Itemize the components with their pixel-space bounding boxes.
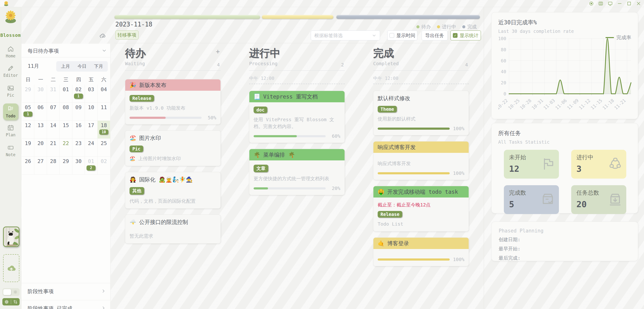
prev-month-button[interactable]: 上月 — [58, 62, 73, 70]
sidebar-item-editor[interactable]: Editor — [0, 65, 21, 78]
sidebar-item-home[interactable]: Home — [0, 45, 21, 58]
task-card[interactable]: 🤑开发完成移动端 todo task截止至：截止至今晚12点ReleaseTod… — [373, 186, 469, 232]
calendar-day-cell[interactable]: 22 — [60, 139, 72, 157]
task-stats-grid: 未开始 12 进行中 3 完成数 5 任务总数 20 — [504, 150, 631, 214]
tag-pill: 其他 — [130, 187, 144, 195]
app-name: Blossom — [0, 32, 21, 38]
app-window-flower-icon — [3, 1, 9, 6]
calendar-day-cell[interactable]: 06 — [34, 103, 47, 121]
maximize-icon[interactable] — [626, 1, 632, 6]
legend-item: 进行中 — [437, 24, 456, 30]
calendar-day-cell[interactable]: 10 — [85, 103, 97, 121]
calendar-day-cell[interactable]: 012 — [85, 157, 97, 174]
sidebar-item-pic[interactable]: Pic — [0, 84, 21, 98]
calendar-day-cell[interactable]: 1810 — [98, 121, 110, 139]
flag-icon — [540, 156, 555, 171]
sidebar-item-plan[interactable]: Plan — [0, 124, 21, 137]
calendar-day-cell[interactable]: 26 — [22, 157, 34, 174]
calendar-day-cell[interactable]: 13 — [34, 121, 47, 139]
column-count: 4 — [217, 62, 220, 68]
task-card[interactable]: 📃Vitepress 重写文档doc使用 VitePress 重写 Blosso… — [249, 91, 345, 143]
layout-columns-icon[interactable] — [598, 1, 603, 6]
task-card[interactable]: 响应式博客开发响应式博客开发 100% — [373, 141, 469, 180]
task-card-header: 📃Vitepress 重写文档 — [249, 91, 344, 102]
calendar-day-cell[interactable]: 051 — [22, 103, 34, 121]
phased-section-row[interactable]: 阶段性事项 已完成 — [22, 300, 110, 309]
calendar-day-cell[interactable]: 31 — [47, 85, 60, 103]
day-number: 10 — [85, 104, 97, 110]
calendar-day-cell[interactable]: 23 — [72, 139, 85, 157]
calendar-day-cell[interactable]: 21 — [47, 139, 60, 157]
calendar-day-cell[interactable]: 04 — [98, 85, 110, 103]
task-card[interactable]: 🤙博客登录 100% — [373, 238, 469, 266]
calendar-day-cell[interactable]: 29 — [60, 157, 72, 174]
phased-section-row[interactable]: 阶段性事项 — [22, 283, 110, 300]
tag-filter-select[interactable]: 根据标签筛选 — [311, 30, 380, 40]
calendar-day-cell[interactable]: 24 — [85, 139, 97, 157]
calendar-day-cell[interactable]: 07 — [47, 103, 60, 121]
progress-track — [130, 117, 202, 119]
calendar-day-cell[interactable]: 12 — [22, 121, 34, 139]
sidebar-item-note[interactable]: Note — [0, 144, 21, 157]
show-time-checkbox-button[interactable]: 显示时间 — [387, 30, 417, 40]
calendar-day-cell[interactable]: 15 — [60, 121, 72, 139]
task-card[interactable]: 🏖️图片水印Pic🏖️ 上传图片时增加水印 — [125, 130, 221, 166]
svg-text:11-12: 11-12 — [578, 98, 591, 111]
settings-gear-icon[interactable] — [2, 300, 11, 304]
record-icon[interactable] — [589, 1, 594, 6]
next-month-button[interactable]: 下月 — [91, 62, 106, 70]
calendar-day-cell[interactable]: 11 — [98, 103, 110, 121]
task-card-body: 暂无此需求 — [125, 226, 220, 243]
calendar-day-cell[interactable]: 08 — [60, 103, 72, 121]
calendar-day-cell[interactable]: 17 — [85, 121, 97, 139]
panel-header[interactable]: 每日待办事项 — [22, 44, 110, 58]
calendar-day-cell[interactable]: 021 — [72, 85, 85, 103]
task-card-header: 🌴菜单编排 🌴 — [249, 149, 344, 160]
weekday-label: 三 — [60, 74, 72, 85]
calendar-day-cell[interactable]: 28 — [47, 157, 60, 174]
user-avatar[interactable] — [3, 226, 20, 247]
day-number: 24 — [85, 140, 97, 146]
progress-label: 20% — [329, 186, 340, 191]
crop-icon[interactable] — [11, 300, 20, 304]
show-stats-checkbox-button[interactable]: ✓ 显示统计 — [450, 30, 481, 40]
calendar-day-cell[interactable]: 19 — [22, 139, 34, 157]
calendar-day-cell[interactable]: 20 — [34, 139, 47, 157]
calendar-day-cell[interactable]: 02 — [98, 157, 110, 174]
column-title: 待办 — [125, 47, 221, 59]
tag-pill: Pic — [130, 146, 143, 152]
calendar-day-cell[interactable]: 09 — [72, 103, 85, 121]
upload-dropzone[interactable] — [3, 254, 20, 282]
calendar-day-cell[interactable]: 03 — [85, 85, 97, 103]
add-task-button[interactable]: + — [216, 48, 220, 56]
calendar-day-cell[interactable]: 25 — [98, 139, 110, 157]
calendar-day-cell[interactable]: 29 — [22, 85, 34, 103]
progress-segment-processing — [262, 15, 334, 19]
chevron-down-icon[interactable] — [102, 48, 107, 53]
today-button[interactable]: 今日 — [75, 62, 89, 70]
theme-toggle[interactable] — [2, 288, 20, 296]
task-card[interactable]: 🌩️公开接口的限流控制暂无此需求 — [125, 214, 221, 244]
board-date: 2023-11-18 — [115, 21, 152, 28]
monitor-icon[interactable] — [608, 1, 613, 6]
calendar-day-cell[interactable]: 30 — [72, 157, 85, 174]
task-card[interactable]: 🌴菜单编排 🌴文章更方便快捷的方式统一管理文档列表 20% — [249, 149, 345, 195]
task-card[interactable]: 🧛国际化 🧟🧝🧞🧚🧙其他代码，文档，页面的国际化配置 — [125, 172, 221, 208]
calendar-day-cell[interactable]: 16 — [72, 121, 85, 139]
task-card[interactable]: 🎉新版本发布Release新版本 v1.9.0 功能发布 50% — [125, 79, 221, 124]
task-title: 图片水印 — [139, 134, 161, 142]
sidebar-item-todo[interactable]: Todo — [3, 104, 18, 120]
day-number: 20 — [34, 140, 46, 146]
minimize-icon[interactable] — [617, 1, 622, 6]
legend-label: 进行中 — [442, 24, 456, 30]
export-tasks-button[interactable]: 导出任务 — [422, 30, 448, 40]
weekday-header: 日一二三四五六 — [22, 74, 110, 85]
close-icon[interactable] — [636, 1, 641, 6]
calendar-day-cell[interactable]: 01 — [60, 85, 72, 103]
calendar-day-cell[interactable]: 27 — [34, 157, 47, 174]
calendar-day-cell[interactable]: 14 — [47, 121, 60, 139]
transfer-tasks-button[interactable]: 转移事项 — [115, 30, 138, 40]
calendar-day-cell[interactable]: 30 — [34, 85, 47, 103]
task-card[interactable]: 默认样式修改Theme使用新的默认样式 100% — [373, 91, 469, 135]
cloud-sync-icon[interactable] — [99, 32, 106, 39]
